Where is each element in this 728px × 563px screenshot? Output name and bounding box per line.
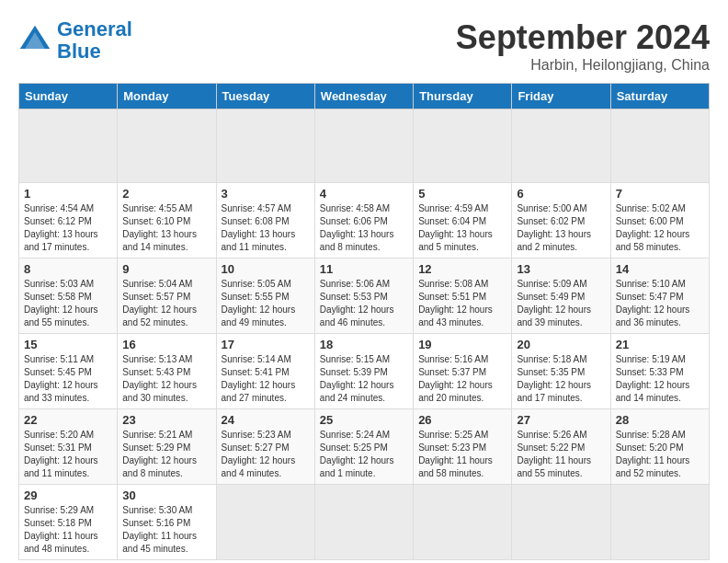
- day-info: Sunrise: 5:29 AM Sunset: 5:18 PM Dayligh…: [24, 504, 112, 556]
- day-cell: 23Sunrise: 5:21 AM Sunset: 5:29 PM Dayli…: [118, 409, 216, 485]
- day-cell: 22Sunrise: 5:20 AM Sunset: 5:31 PM Dayli…: [19, 409, 118, 485]
- logo: General Blue: [18, 18, 132, 63]
- header-cell-wednesday: Wednesday: [314, 84, 413, 109]
- day-info: Sunrise: 4:54 AM Sunset: 6:12 PM Dayligh…: [24, 202, 112, 254]
- day-cell: 12Sunrise: 5:08 AM Sunset: 5:51 PM Dayli…: [414, 259, 512, 334]
- day-cell: [314, 485, 413, 560]
- day-cell: 30Sunrise: 5:30 AM Sunset: 5:16 PM Dayli…: [118, 485, 216, 560]
- logo-text: General Blue: [57, 18, 132, 63]
- day-number: 18: [320, 338, 408, 351]
- day-number: 22: [24, 413, 112, 427]
- day-info: Sunrise: 5:09 AM Sunset: 5:49 PM Dayligh…: [517, 278, 605, 329]
- day-info: Sunrise: 5:16 AM Sunset: 5:37 PM Dayligh…: [418, 353, 506, 405]
- calendar-body: 1Sunrise: 4:54 AM Sunset: 6:12 PM Daylig…: [19, 109, 710, 560]
- day-info: Sunrise: 5:03 AM Sunset: 5:58 PM Dayligh…: [24, 278, 112, 329]
- day-info: Sunrise: 5:04 AM Sunset: 5:57 PM Dayligh…: [122, 278, 210, 329]
- day-number: 9: [122, 262, 210, 276]
- day-number: 28: [616, 413, 704, 427]
- day-info: Sunrise: 5:08 AM Sunset: 5:51 PM Dayligh…: [418, 278, 506, 329]
- day-number: 21: [616, 338, 704, 351]
- day-info: Sunrise: 5:18 AM Sunset: 5:35 PM Dayligh…: [517, 353, 605, 405]
- day-number: 11: [320, 262, 408, 276]
- calendar-table: SundayMondayTuesdayWednesdayThursdayFrid…: [18, 83, 710, 560]
- day-cell: 10Sunrise: 5:05 AM Sunset: 5:55 PM Dayli…: [216, 259, 314, 334]
- day-number: 14: [616, 262, 704, 276]
- header-cell-monday: Monday: [118, 84, 216, 109]
- day-info: Sunrise: 5:21 AM Sunset: 5:29 PM Dayligh…: [122, 429, 210, 480]
- day-cell: 2Sunrise: 4:55 AM Sunset: 6:10 PM Daylig…: [118, 183, 216, 259]
- day-info: Sunrise: 5:19 AM Sunset: 5:33 PM Dayligh…: [616, 353, 704, 405]
- day-number: 24: [222, 413, 310, 427]
- logo-general: General: [57, 17, 132, 40]
- header-cell-friday: Friday: [512, 84, 610, 109]
- day-cell: 17Sunrise: 5:14 AM Sunset: 5:41 PM Dayli…: [216, 334, 314, 409]
- day-cell: 5Sunrise: 4:59 AM Sunset: 6:04 PM Daylig…: [414, 183, 512, 259]
- day-number: 1: [24, 187, 112, 201]
- week-row-2: 8Sunrise: 5:03 AM Sunset: 5:58 PM Daylig…: [19, 259, 710, 334]
- day-info: Sunrise: 5:11 AM Sunset: 5:45 PM Dayligh…: [24, 353, 112, 405]
- day-number: 4: [320, 187, 408, 201]
- day-info: Sunrise: 5:15 AM Sunset: 5:39 PM Dayligh…: [320, 353, 408, 405]
- day-info: Sunrise: 5:23 AM Sunset: 5:27 PM Dayligh…: [222, 429, 310, 480]
- header-cell-saturday: Saturday: [610, 84, 709, 109]
- day-cell: 26Sunrise: 5:25 AM Sunset: 5:23 PM Dayli…: [414, 409, 512, 485]
- header-cell-thursday: Thursday: [414, 84, 512, 109]
- day-cell: 9Sunrise: 5:04 AM Sunset: 5:57 PM Daylig…: [118, 259, 216, 334]
- day-cell: 3Sunrise: 4:57 AM Sunset: 6:08 PM Daylig…: [216, 183, 314, 259]
- day-info: Sunrise: 4:58 AM Sunset: 6:06 PM Dayligh…: [320, 202, 408, 254]
- day-cell: 8Sunrise: 5:03 AM Sunset: 5:58 PM Daylig…: [19, 259, 118, 334]
- logo-icon: [18, 24, 51, 57]
- day-info: Sunrise: 4:59 AM Sunset: 6:04 PM Dayligh…: [418, 202, 506, 254]
- day-number: 7: [616, 187, 704, 201]
- day-number: 16: [122, 338, 210, 351]
- day-number: 17: [222, 338, 310, 351]
- day-info: Sunrise: 5:00 AM Sunset: 6:02 PM Dayligh…: [517, 202, 605, 254]
- day-cell: [512, 485, 610, 560]
- day-info: Sunrise: 5:02 AM Sunset: 6:00 PM Dayligh…: [616, 202, 704, 254]
- day-number: 12: [418, 262, 506, 276]
- day-info: Sunrise: 5:26 AM Sunset: 5:22 PM Dayligh…: [517, 429, 605, 480]
- day-number: 23: [122, 413, 210, 427]
- month-title: September 2024: [456, 18, 710, 57]
- day-number: 13: [517, 262, 605, 276]
- day-info: Sunrise: 5:13 AM Sunset: 5:43 PM Dayligh…: [122, 353, 210, 405]
- day-cell: [610, 109, 709, 183]
- day-number: 25: [320, 413, 408, 427]
- day-number: 5: [418, 187, 506, 201]
- day-cell: 27Sunrise: 5:26 AM Sunset: 5:22 PM Dayli…: [512, 409, 610, 485]
- day-cell: [512, 109, 610, 183]
- day-number: 20: [517, 338, 605, 351]
- day-info: Sunrise: 5:28 AM Sunset: 5:20 PM Dayligh…: [616, 429, 704, 480]
- day-cell: 24Sunrise: 5:23 AM Sunset: 5:27 PM Dayli…: [216, 409, 314, 485]
- week-row-3: 15Sunrise: 5:11 AM Sunset: 5:45 PM Dayli…: [19, 334, 710, 409]
- day-cell: 19Sunrise: 5:16 AM Sunset: 5:37 PM Dayli…: [414, 334, 512, 409]
- day-cell: 13Sunrise: 5:09 AM Sunset: 5:49 PM Dayli…: [512, 259, 610, 334]
- day-info: Sunrise: 5:14 AM Sunset: 5:41 PM Dayligh…: [222, 353, 310, 405]
- week-row-4: 22Sunrise: 5:20 AM Sunset: 5:31 PM Dayli…: [19, 409, 710, 485]
- day-cell: 29Sunrise: 5:29 AM Sunset: 5:18 PM Dayli…: [19, 485, 118, 560]
- day-number: 10: [222, 262, 310, 276]
- day-number: 26: [418, 413, 506, 427]
- day-number: 30: [122, 488, 210, 502]
- week-row-1: 1Sunrise: 4:54 AM Sunset: 6:12 PM Daylig…: [19, 183, 710, 259]
- day-cell: 11Sunrise: 5:06 AM Sunset: 5:53 PM Dayli…: [314, 259, 413, 334]
- day-cell: 1Sunrise: 4:54 AM Sunset: 6:12 PM Daylig…: [19, 183, 118, 259]
- day-number: 29: [24, 488, 112, 502]
- day-cell: [414, 109, 512, 183]
- day-number: 19: [418, 338, 506, 351]
- header-cell-tuesday: Tuesday: [216, 84, 314, 109]
- day-info: Sunrise: 5:30 AM Sunset: 5:16 PM Dayligh…: [122, 504, 210, 556]
- day-cell: [216, 485, 314, 560]
- day-cell: 15Sunrise: 5:11 AM Sunset: 5:45 PM Dayli…: [19, 334, 118, 409]
- day-cell: [216, 109, 314, 183]
- day-number: 8: [24, 262, 112, 276]
- day-cell: 28Sunrise: 5:28 AM Sunset: 5:20 PM Dayli…: [610, 409, 709, 485]
- day-cell: [610, 485, 709, 560]
- day-number: 15: [24, 338, 112, 351]
- logo-blue: Blue: [57, 40, 101, 63]
- day-info: Sunrise: 5:25 AM Sunset: 5:23 PM Dayligh…: [418, 429, 506, 480]
- day-cell: 16Sunrise: 5:13 AM Sunset: 5:43 PM Dayli…: [118, 334, 216, 409]
- day-cell: [118, 109, 216, 183]
- day-info: Sunrise: 4:57 AM Sunset: 6:08 PM Dayligh…: [222, 202, 310, 254]
- calendar-header: SundayMondayTuesdayWednesdayThursdayFrid…: [19, 84, 710, 109]
